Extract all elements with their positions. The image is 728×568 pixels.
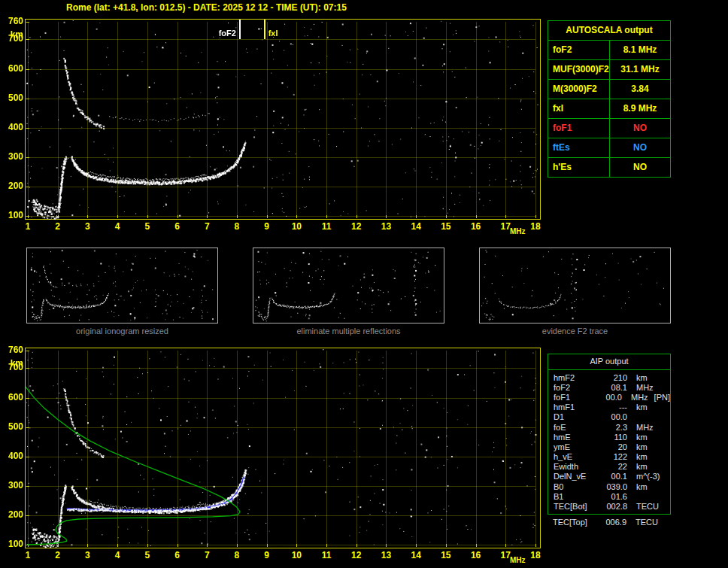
x-axis-unit-label: MHz xyxy=(510,227,526,235)
x-tick-label: 6 xyxy=(169,222,186,231)
x-tick-label: 14 xyxy=(408,222,424,231)
x-tick-label: 8 xyxy=(229,222,245,231)
autoscala-param-value: NO xyxy=(610,138,670,157)
bottom-ionogram-canvas xyxy=(25,348,541,548)
aip-param-value: 01.6 xyxy=(600,492,627,501)
thumbnail-caption-evidence: evidence F2 trace xyxy=(479,327,671,336)
x-tick-label: 2 xyxy=(50,222,66,231)
aip-row-Ewidth: Ewidth22km xyxy=(548,462,670,472)
autoscala-param-value: 8.1 MHz xyxy=(610,41,670,59)
autoscala-param-label: ftEs xyxy=(548,138,610,157)
aip-row-D1: D100.0 xyxy=(548,412,670,422)
aip-param-value: 20 xyxy=(600,442,627,451)
x-tick-label: 4 xyxy=(109,222,126,231)
aip-param-label: Ewidth xyxy=(548,462,600,471)
aip-param-value: 08.1 xyxy=(600,383,627,392)
x-tick-label: 9 xyxy=(259,222,275,231)
x-tick-label: 12 xyxy=(348,222,365,231)
y-tick-label: 760 xyxy=(3,345,23,354)
aip-param-label: B0 xyxy=(548,482,600,491)
aip-param-extra: [PN] xyxy=(648,393,670,402)
autoscala-output-title: AUTOSCALA output xyxy=(548,21,670,41)
aip-param-unit: km xyxy=(627,462,648,471)
aip-param-label: ymE xyxy=(548,442,600,451)
aip-param-unit: MHz xyxy=(627,423,654,432)
fxi-marker-label: fxI xyxy=(268,29,299,38)
autoscala-param-label: h'Es xyxy=(548,158,610,177)
x-tick-label: 13 xyxy=(378,222,394,231)
autoscala-param-label: M(3000)F2 xyxy=(548,80,610,99)
autoscala-row-h'Es: h'EsNO xyxy=(548,158,670,177)
y-tick-label: 400 xyxy=(3,451,23,460)
x-tick-label: 10 xyxy=(288,222,305,231)
aip-param-unit: TECU xyxy=(627,502,659,511)
x-tick-label: 6 xyxy=(169,551,186,560)
aip-param-label: foF1 xyxy=(548,393,597,402)
aip-param-value: 00.0 xyxy=(597,393,622,402)
aip-row-foF1: foF100.0MHz[PN] xyxy=(548,392,670,402)
x-tick-label: 7 xyxy=(199,222,215,231)
x-tick-label: 8 xyxy=(229,551,245,560)
x-tick-label: 3 xyxy=(79,551,96,560)
x-tick-label: 7 xyxy=(199,551,215,560)
autoscala-rows: foF28.1 MHzMUF(3000)F231.1 MHzM(3000)F23… xyxy=(548,41,670,177)
thumbnail-caption-eliminate: eliminate multiple reflections xyxy=(253,327,444,336)
aip-param-unit: km xyxy=(627,442,648,451)
x-tick-label: 5 xyxy=(139,551,156,560)
y-tick-label: 760 xyxy=(3,17,23,26)
aip-param-unit: km xyxy=(627,482,648,491)
y-tick-label: 500 xyxy=(3,422,23,431)
x-tick-label: 4 xyxy=(109,551,126,560)
autoscala-param-value: 3.84 xyxy=(610,80,670,99)
y-tick-label: 500 xyxy=(3,93,23,102)
aip-row-h_vE: h_vE122km xyxy=(548,452,670,462)
station-header: Rome (lat: +41.8, lon: 012.5) - DATE: 20… xyxy=(66,2,347,13)
y-tick-label: 400 xyxy=(3,123,23,132)
x-axis-unit-label: MHz xyxy=(510,556,526,564)
autoscala-output-panel: AUTOSCALA output foF28.1 MHzMUF(3000)F23… xyxy=(548,20,671,178)
aip-param-label: h_vE xyxy=(548,452,600,461)
aip-param-value: 00.1 xyxy=(600,472,627,481)
x-tick-label: 3 xyxy=(79,222,96,231)
top-ionogram-canvas xyxy=(25,19,541,220)
aip-param-unit: km xyxy=(627,433,648,442)
x-tick-label: 15 xyxy=(438,222,454,231)
autoscala-row-foF1: foF1NO xyxy=(548,119,670,138)
autoscala-row-fxI: fxI8.9 MHz xyxy=(548,99,670,119)
aip-row-hmE: hmE110km xyxy=(548,432,670,442)
autoscala-param-label: fxI xyxy=(548,99,610,118)
x-tick-label: 11 xyxy=(318,551,335,560)
x-tick-label: 18 xyxy=(527,222,544,231)
autoscala-row-foF2: foF28.1 MHz xyxy=(548,41,670,60)
aip-rows: hmF2210kmfoF208.1MHzfoF100.0MHz[PN]hmF1-… xyxy=(548,372,670,512)
x-tick-label: 5 xyxy=(139,222,156,231)
fof2-marker-label: foF2 xyxy=(206,29,236,38)
aip-row-ymE: ymE20km xyxy=(548,442,670,451)
y-tick-label: 200 xyxy=(3,181,23,190)
x-tick-label: 10 xyxy=(288,551,305,560)
x-tick-label: 16 xyxy=(468,222,484,231)
autoscala-param-label: foF1 xyxy=(548,119,610,138)
autoscala-row-M(3000)F2: M(3000)F23.84 xyxy=(548,80,670,99)
y-tick-label: 200 xyxy=(3,510,23,519)
aip-param-label: foE xyxy=(548,423,600,432)
y-tick-label: 300 xyxy=(3,481,23,490)
x-tick-label: 16 xyxy=(468,551,484,560)
aip-param-label: foF2 xyxy=(548,383,600,392)
aip-param-value: 2.3 xyxy=(600,423,627,432)
autoscala-param-value: 8.9 MHz xyxy=(610,99,670,118)
aip-param-value: 00.0 xyxy=(600,412,627,421)
aip-param-unit: TECU xyxy=(626,518,658,527)
aip-param-label: TEC[Bot] xyxy=(548,502,600,511)
y-axis-unit-label: km xyxy=(3,30,23,39)
thumbnail-eliminate-reflections xyxy=(253,248,444,323)
aip-param-label: B1 xyxy=(548,492,600,501)
aip-output-title: AIP output xyxy=(548,354,670,368)
aip-param-value: 210 xyxy=(600,373,627,382)
autoscala-row-MUF(3000)F2: MUF(3000)F231.1 MHz xyxy=(548,60,670,80)
autoscala-param-label: foF2 xyxy=(548,41,610,59)
thumbnail-caption-original: original ionogram resized xyxy=(26,327,218,336)
aip-row-TEC[Bot]: TEC[Bot]002.8TECU xyxy=(548,501,670,511)
x-tick-label: 1 xyxy=(20,551,36,560)
aip-row-TEC[Top]: TEC[Top]006.9TECU xyxy=(548,517,669,527)
